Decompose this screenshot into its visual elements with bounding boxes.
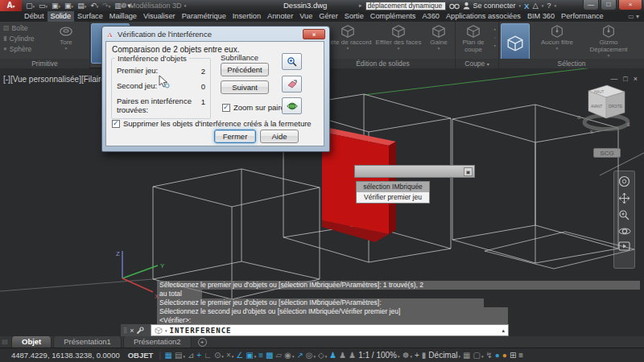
torus-button[interactable]: Tore ▼: [48, 23, 84, 51]
panel-label[interactable]: Primitive: [0, 59, 89, 68]
search-binoculars-icon[interactable]: [449, 2, 460, 10]
ribbon-small-button[interactable]: ●Sphère: [0, 43, 35, 54]
space-mode-button[interactable]: OBJET: [128, 351, 154, 360]
layout-tab[interactable]: Présentation2: [123, 336, 192, 348]
ribbon-tab[interactable]: Annoter: [264, 11, 296, 22]
autoscale-icon[interactable]: ♟▾: [339, 351, 346, 360]
ribbon-tab[interactable]: A360: [419, 11, 442, 22]
zoom-on-pair-checkbox[interactable]: Zoom sur paire: [222, 103, 285, 112]
ribbon-tab[interactable]: Applications associées: [443, 11, 524, 22]
osnap-icon[interactable]: ▣▾: [246, 351, 256, 360]
menu-item[interactable]: ●sélection IMbriquée: [357, 182, 429, 192]
zoom-icon[interactable]: [618, 209, 630, 221]
ribbon-button[interactable]: Gizmo Déplacement ▼: [583, 23, 634, 58]
snap-grid-icon[interactable]: ▦▾: [165, 351, 172, 360]
command-input[interactable]: ▾ INTERFERENCE ▴: [151, 324, 509, 336]
viewport-label[interactable]: [-][Vue personnalisée][Filaire]: [3, 75, 108, 84]
jog-icon[interactable]: ▪: [494, 43, 496, 48]
dialog-close-button[interactable]: ×: [303, 29, 325, 39]
viewcube[interactable]: HAUT AVANT DROITE O S E: [577, 85, 630, 134]
close-icon[interactable]: ×: [130, 327, 134, 335]
aide-button[interactable]: Aide: [260, 130, 299, 143]
polar-tracking-icon[interactable]: ⊙▾: [214, 351, 224, 360]
layout-tab[interactable]: Présentation1: [53, 336, 122, 348]
restore-button[interactable]: □: [601, 0, 617, 10]
selection-cycling-icon[interactable]: ▱▾: [275, 351, 282, 360]
ribbon-small-button[interactable]: ▮Cylindre: [0, 33, 35, 43]
wireframe-box-left[interactable]: [153, 169, 320, 299]
open-file-icon[interactable]: ▭▾: [39, 0, 47, 12]
panel-label[interactable]: Édition de solides: [311, 59, 455, 68]
chevron-down-icon[interactable]: ▾: [555, 3, 557, 8]
ribbon-tab[interactable]: Visualiser: [140, 11, 179, 22]
fermer-button[interactable]: Fermer: [214, 130, 256, 143]
exchange-apps-icon[interactable]: X: [524, 2, 529, 10]
ribbon-tab[interactable]: Maillage: [106, 11, 140, 22]
lineweight-icon[interactable]: ≡▾: [258, 351, 263, 360]
close-button[interactable]: ×: [618, 0, 642, 10]
new-file-icon[interactable]: ▢▾: [26, 0, 35, 12]
live-section-icon[interactable]: ▪: [494, 27, 496, 32]
plus-icon[interactable]: +▾: [415, 351, 419, 360]
autodesk-icon[interactable]: △: [532, 1, 538, 10]
vp-close-icon[interactable]: ×: [634, 75, 638, 83]
vp-restore-icon[interactable]: □: [623, 75, 627, 83]
ribbon-tab[interactable]: Surface: [74, 11, 106, 22]
history-up-icon[interactable]: ▴: [502, 327, 505, 334]
checkbox-checked-icon[interactable]: [222, 104, 230, 112]
osnap-3d-icon[interactable]: ◉▾: [284, 351, 294, 360]
next-button[interactable]: Suivant: [221, 80, 269, 94]
quickcalc-icon[interactable]: ▦▾: [463, 351, 470, 360]
grid-display-icon[interactable]: ▤▾: [175, 351, 185, 360]
panel-label[interactable]: Sélection: [499, 59, 644, 68]
workspace-switcher[interactable]: ☸ Modélisation 3D ▾: [121, 0, 186, 11]
gizmo-icon[interactable]: ◇▾: [318, 351, 327, 360]
minimize-button[interactable]: —: [583, 0, 599, 10]
ribbon-tab[interactable]: Insertion: [229, 11, 264, 22]
coupe-mini-icons[interactable]: ▪▫▪: [494, 27, 496, 48]
ucs-selector-button[interactable]: SCG: [593, 148, 621, 158]
sign-in-button[interactable]: Se connecter: [473, 2, 516, 10]
infer-constraints-icon[interactable]: ⊿▾: [188, 351, 194, 360]
showmotion-icon[interactable]: [618, 241, 630, 251]
panel-label[interactable]: Coupe ▾: [456, 59, 498, 68]
display-lock-icon[interactable]: ▢▾: [473, 351, 483, 360]
delete-on-close-checkbox[interactable]: Supprimer les objets d'interférence créé…: [112, 119, 312, 128]
redo-icon[interactable]: ↷▾: [102, 0, 110, 12]
ribbon-tab[interactable]: Performance: [558, 11, 607, 22]
infocenter-collapse-icon[interactable]: ▸: [359, 2, 362, 9]
ribbon-tab[interactable]: Vue: [296, 11, 316, 22]
print-icon[interactable]: ▤▾: [77, 0, 86, 12]
save-as-icon[interactable]: ▣▾: [64, 0, 73, 12]
ribbon-display-toggle-icon[interactable]: ▭ ▾: [628, 11, 639, 22]
ribbon-button[interactable]: Gaine ▼: [425, 23, 452, 51]
ribbon-button[interactable]: Effiler des faces ▼: [375, 23, 422, 51]
drag-grip-icon[interactable]: ⣿: [123, 327, 127, 334]
units-icon[interactable]: ▮▾: [422, 351, 427, 360]
ribbon-tab[interactable]: Gérer: [316, 11, 341, 22]
undo-icon[interactable]: ↶▾: [90, 0, 98, 12]
ribbon-tab[interactable]: BIM 360: [524, 11, 558, 22]
orbit-icon[interactable]: [618, 226, 631, 237]
annotation-visibility-icon[interactable]: ♟▾: [329, 351, 336, 360]
ribbon-button[interactable]: Aucun filtre ▼: [535, 23, 580, 51]
navigation-wheel-icon[interactable]: [618, 175, 630, 187]
dynamic-input-icon[interactable]: +▾: [196, 351, 201, 360]
help-icon[interactable]: ?: [547, 1, 551, 10]
dyn-expand-icon[interactable]: ▣: [464, 167, 473, 176]
dynamic-input-field[interactable]: ▣: [354, 165, 475, 178]
wireframe-flat-rect[interactable]: [485, 232, 634, 269]
customize-wrench-icon[interactable]: [136, 327, 144, 335]
search-input[interactable]: [365, 2, 446, 10]
clean-screen-icon[interactable]: ⊞▾: [510, 351, 516, 360]
layout-tab[interactable]: Objet: [11, 336, 52, 348]
units-value[interactable]: Décimal▾: [428, 351, 460, 360]
vp-minimize-icon[interactable]: —: [610, 75, 617, 83]
layout-grip-icon[interactable]: ▤: [0, 336, 10, 348]
orbit-pair-button[interactable]: [282, 97, 302, 114]
transparency-icon[interactable]: ▩▾: [266, 351, 273, 360]
graphics-perf-icon[interactable]: ↯▾: [485, 351, 492, 360]
ortho-icon[interactable]: ∟▾: [204, 351, 212, 360]
ribbon-tab[interactable]: Début: [21, 11, 47, 22]
status-circle-icon[interactable]: ●▾: [495, 351, 500, 360]
